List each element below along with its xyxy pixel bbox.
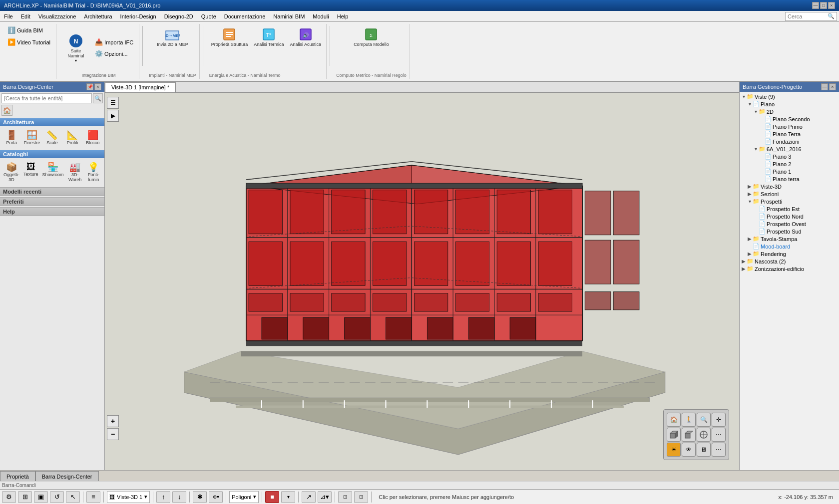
status-cursor-button[interactable]: ↖	[66, 491, 80, 503]
dc-porta-item[interactable]: 🚪 Porta	[2, 128, 21, 147]
help-section[interactable]: Help	[0, 207, 104, 216]
dc-pin-button[interactable]: 📌	[86, 83, 93, 90]
menu-quote[interactable]: Quote	[197, 12, 220, 20]
status-rotate-button[interactable]: ↺	[50, 491, 64, 503]
tree-item[interactable]: 📄Piano terra	[741, 175, 838, 183]
tree-item[interactable]: 📄Piano 1	[741, 168, 838, 175]
tree-item[interactable]: 📄Prospetto Sud	[741, 228, 838, 235]
status-list-button[interactable]: ≡	[86, 491, 100, 503]
canvas-area[interactable]: Viste-3D 1 [Immagine] *	[105, 82, 739, 470]
dc-close-button[interactable]: ×	[94, 83, 101, 90]
menu-edit[interactable]: Edit	[17, 12, 34, 20]
tree-item[interactable]: ▾📁Viste (9)	[741, 93, 838, 100]
dc-showroom-item[interactable]: 🏪 Showroom	[41, 160, 65, 184]
tree-item[interactable]: 📄Prospetto Nord	[741, 213, 838, 220]
menu-file[interactable]: File	[0, 12, 17, 20]
tree-item[interactable]: ▾📁2D	[741, 108, 838, 115]
dc-3dwareh-item[interactable]: 🏭 3D-Wareh	[66, 160, 84, 184]
tree-item[interactable]: ▾📄Piano	[741, 100, 838, 108]
tree-item[interactable]: ▶📁Rendering	[741, 250, 838, 257]
nav-cube3-button[interactable]	[697, 428, 711, 442]
nav-sun-button[interactable]: ☀	[667, 443, 681, 457]
menu-documentazione[interactable]: Documentazione	[220, 12, 270, 20]
status-grid-button[interactable]: ⊞	[18, 491, 32, 503]
computa-modello-button[interactable]: Σ Computa Modello	[352, 25, 391, 71]
dc-oggetti3d-item[interactable]: 📦 Oggetti-3D	[2, 160, 21, 184]
status-down-button[interactable]: ↓	[172, 491, 186, 503]
search-icon[interactable]: 🔍	[828, 13, 835, 19]
status-snap2-button[interactable]: ⊕▾	[209, 491, 223, 503]
pan-right-button[interactable]: ▶	[107, 110, 119, 122]
view-selector[interactable]: 🖼 Viste-3D 1 ▾	[107, 491, 150, 503]
list-view-button[interactable]: ☰	[107, 97, 119, 109]
nav-extra-button[interactable]: ⋯	[712, 443, 726, 457]
tree-item[interactable]: 📄Mood-board	[741, 243, 838, 250]
dc-home-button[interactable]: 🏠	[1, 105, 12, 116]
tree-item[interactable]: ▾📁6A_V01_2016	[741, 145, 838, 153]
menu-visualizzazione[interactable]: Visualizzazione	[34, 12, 80, 20]
tree-item[interactable]: ▶📁Viste-3D	[741, 183, 838, 190]
search-box[interactable]: 🔍	[785, 12, 837, 21]
preferiti-section[interactable]: Preferiti	[0, 197, 104, 206]
importa-ifc-button[interactable]: 📥 Importa IFC	[92, 37, 136, 47]
right-panel-pin-button[interactable]: —	[821, 83, 828, 90]
nav-walk-button[interactable]: 🚶	[682, 413, 696, 427]
right-panel-close-button[interactable]: ×	[829, 83, 836, 90]
menu-architettura[interactable]: Architettura	[80, 12, 116, 20]
invia-2d-mep-button[interactable]: 2D→MEP Invia 2D a MEP	[155, 25, 190, 49]
dc-blocco-item[interactable]: 🟥 Blocco	[83, 128, 102, 147]
maximize-button[interactable]: □	[820, 2, 827, 9]
nav-monitor-button[interactable]: 🖥	[697, 443, 711, 457]
close-button[interactable]: ×	[828, 2, 835, 9]
tree-item[interactable]: 📄Piano Secondo	[741, 115, 838, 123]
project-tree[interactable]: ▾📁Viste (9) ▾📄Piano ▾📁2D 📄Piano Secondo …	[740, 92, 839, 470]
tree-item[interactable]: 📄Piano 3	[741, 153, 838, 160]
nav-eye-button[interactable]: 👁	[682, 443, 696, 457]
dc-texture-item[interactable]: 🖼 Texture	[22, 160, 40, 184]
dc-search-button[interactable]: 🔍	[93, 93, 103, 103]
tree-item[interactable]: ▶📁Nascosta (2)	[741, 257, 838, 265]
status-measure-button[interactable]: ⊡	[338, 491, 352, 503]
tree-item[interactable]: 📄Prospetto Ovest	[741, 220, 838, 228]
status-measure2-button[interactable]: ⊡	[354, 491, 368, 503]
building-canvas[interactable]	[105, 93, 739, 470]
opzioni-button[interactable]: ⚙️ Opzioni...	[92, 48, 136, 59]
analisi-termica-button[interactable]: T° Analisi Termica	[252, 25, 286, 71]
status-layer-button[interactable]: ■	[265, 491, 279, 503]
status-layer2-button[interactable]: ▾	[281, 491, 295, 503]
nav-zoomin-button[interactable]: 🔍	[697, 413, 711, 427]
nav-house-button[interactable]: 🏠	[667, 413, 681, 427]
tree-item[interactable]: 📄Prospetto Est	[741, 205, 838, 213]
nav-cube2-button[interactable]	[682, 428, 696, 442]
tree-item[interactable]: 📄Piano 2	[741, 160, 838, 168]
status-frame-button[interactable]: ▣	[34, 491, 48, 503]
tree-item[interactable]: ▶📁Zonizzazioni-edificio	[741, 265, 838, 272]
polygon-selector[interactable]: Poligoni ▾	[229, 491, 259, 503]
nav-more-button[interactable]: ⋯	[712, 428, 726, 442]
modelli-recenti-section[interactable]: Modelli recenti	[0, 187, 104, 196]
tree-item[interactable]: ▾📁Prospetti	[741, 198, 838, 205]
tree-item[interactable]: 📄Fondazioni	[741, 138, 838, 145]
tree-item[interactable]: 📄Piano Primo	[741, 123, 838, 130]
status-up-button[interactable]: ↑	[156, 491, 170, 503]
suite-namirial-button[interactable]: N Suite Namirial ▾	[61, 31, 90, 65]
status-snap-button[interactable]: ✱	[193, 491, 207, 503]
canvas-tab-viste3d[interactable]: Viste-3D 1 [Immagine] *	[105, 82, 176, 92]
status-gear-button[interactable]: ⚙	[2, 491, 16, 503]
menu-moduli[interactable]: Moduli	[309, 12, 333, 20]
proprieta-struttura-button[interactable]: Proprietà Struttura	[209, 25, 250, 71]
bottom-tab-design-center[interactable]: Barra Design-Center	[35, 471, 99, 481]
tree-item[interactable]: ▶📁Sezioni	[741, 190, 838, 198]
dc-profili-item[interactable]: 📐 Profili	[63, 128, 82, 147]
status-angle2-button[interactable]: ⊿▾	[318, 491, 332, 503]
zoom-out-button[interactable]: −	[107, 428, 119, 440]
status-angle-button[interactable]: ↗	[302, 491, 316, 503]
search-input[interactable]	[788, 13, 828, 19]
dc-fontilumin-item[interactable]: 💡 Fonti-lumin	[85, 160, 102, 184]
menu-disegno-2d[interactable]: Disegno-2D	[160, 12, 197, 20]
tree-item[interactable]: ▶📁Tavola-Stampa	[741, 235, 838, 243]
guida-bim-button[interactable]: ℹ️ Guida BIM	[5, 25, 53, 35]
bottom-tab-proprieta[interactable]: Proprietà	[0, 471, 35, 481]
video-tutorial-button[interactable]: ▶️ Video Tutorial	[5, 37, 53, 47]
analisi-acustica-button[interactable]: 🔊 Analisi Acustica	[288, 25, 324, 71]
